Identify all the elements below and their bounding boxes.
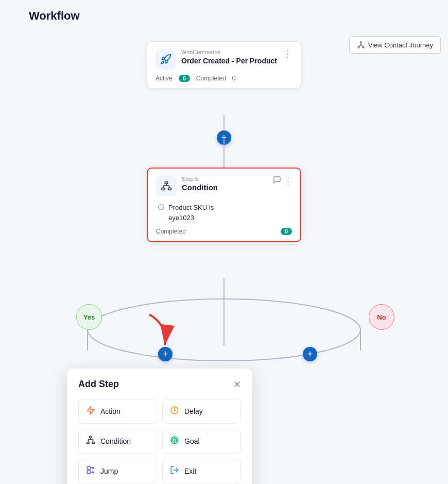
jump-icon — [86, 465, 95, 477]
exit-icon — [170, 465, 179, 477]
add-step-popup: Add Step ✕ Action — [67, 369, 252, 484]
svg-point-7 — [88, 299, 360, 361]
condition-step-label: Step 5 — [182, 176, 268, 182]
condition-step-name: Condition — [182, 183, 268, 192]
svg-rect-5 — [168, 188, 171, 190]
trigger-menu-button[interactable]: ⋮ — [283, 48, 292, 59]
page-title: Workflow — [29, 9, 80, 23]
add-step-button-no[interactable]: + — [303, 347, 317, 361]
goal-label: Goal — [184, 437, 200, 445]
add-step-action-item[interactable]: Action — [78, 399, 157, 424]
condition-more-button[interactable]: ⋮ — [284, 176, 292, 186]
svg-rect-16 — [92, 442, 95, 444]
mid-connector-line — [223, 137, 225, 168]
condition-card: Step 5 Condition ⋮ Product SKU is eye102… — [147, 168, 301, 242]
no-branch-label: No — [369, 304, 394, 330]
condition-popup-label: Condition — [100, 437, 131, 445]
condition-detail: Product SKU is eye1023 — [156, 203, 292, 223]
add-step-button-yes[interactable]: + — [158, 347, 173, 361]
svg-marker-12 — [87, 407, 94, 414]
trigger-icon-box — [156, 49, 176, 70]
exit-label: Exit — [184, 467, 196, 475]
jump-label: Jump — [100, 467, 118, 475]
trigger-completed-count: 0 — [232, 75, 236, 82]
goal-icon — [170, 436, 179, 447]
svg-rect-3 — [165, 182, 168, 184]
workflow-canvas: WooCommerce Order Created - Per Product … — [0, 31, 448, 484]
add-step-delay-item[interactable]: Delay — [162, 399, 241, 424]
condition-completed-badge: 0 — [281, 228, 292, 235]
trigger-active-label: Active — [156, 75, 173, 82]
action-label: Action — [100, 407, 120, 415]
delay-icon — [170, 406, 179, 417]
add-step-condition-item[interactable]: Condition — [78, 429, 157, 454]
rocket-icon — [160, 54, 171, 65]
add-step-close-button[interactable]: ✕ — [233, 380, 241, 389]
condition-dot — [158, 204, 164, 210]
action-icon — [86, 406, 95, 417]
trigger-source: WooCommerce — [181, 49, 278, 55]
svg-rect-4 — [162, 188, 165, 190]
trigger-completed-label: Completed — [196, 75, 226, 82]
condition-comment-button[interactable] — [273, 176, 281, 186]
add-step-exit-item[interactable]: Exit — [162, 459, 241, 483]
svg-rect-20 — [87, 466, 90, 470]
add-step-jump-item[interactable]: Jump — [78, 459, 157, 483]
branch-lines-svg — [75, 278, 373, 366]
condition-completed-label: Completed — [156, 228, 186, 235]
svg-rect-15 — [87, 442, 90, 444]
yes-branch-label: Yes — [76, 304, 102, 330]
trigger-active-badge: 0 — [179, 75, 190, 82]
svg-rect-21 — [87, 471, 90, 474]
condition-icon-box — [156, 176, 177, 196]
add-step-grid: Action Delay — [78, 399, 241, 483]
trigger-card: WooCommerce Order Created - Per Product … — [147, 41, 301, 89]
condition-popup-icon — [86, 436, 95, 447]
svg-point-19 — [174, 440, 175, 441]
condition-icon — [161, 180, 172, 192]
condition-text: Product SKU is eye1023 — [168, 203, 214, 223]
condition-card-actions: ⋮ — [273, 176, 292, 186]
connector-line-top — [223, 115, 225, 130]
delay-label: Delay — [184, 407, 203, 415]
svg-rect-14 — [90, 437, 92, 438]
add-step-goal-item[interactable]: Goal — [162, 429, 241, 454]
add-step-title: Add Step — [78, 379, 119, 390]
trigger-name: Order Created - Per Product — [181, 56, 278, 65]
